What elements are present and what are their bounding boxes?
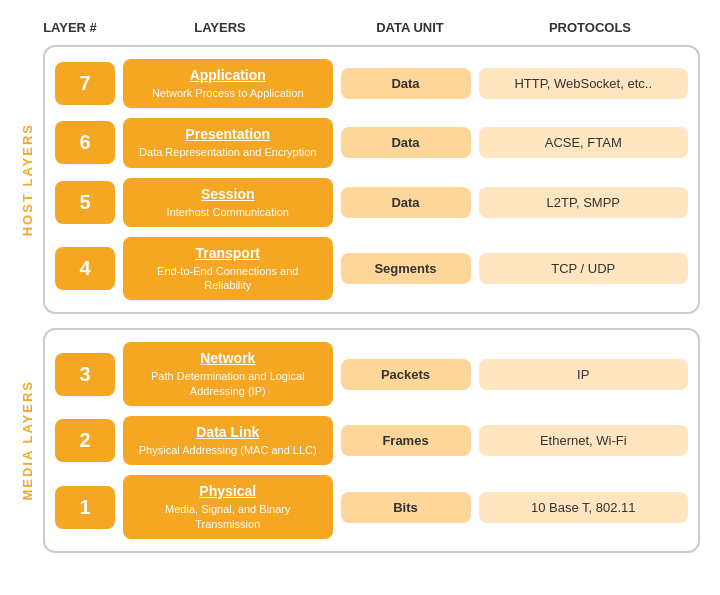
layer-title: Data Link <box>133 424 323 440</box>
layer-name-box-6: PresentationData Representation and Encr… <box>123 118 333 167</box>
layer-row: 4TransportEnd-to-End Connections and Rel… <box>55 237 688 301</box>
header-data-unit: DATA UNIT <box>330 20 490 35</box>
protocol: HTTP, WebSocket, etc.. <box>479 68 689 99</box>
layer-name-box-7: ApplicationNetwork Process to Applicatio… <box>123 59 333 108</box>
layer-row: 6PresentationData Representation and Enc… <box>55 118 688 167</box>
layer-name-box-3: NetworkPath Determination and Logical Ad… <box>123 342 333 406</box>
layer-title: Presentation <box>133 126 323 142</box>
section-box-media-layers: 3NetworkPath Determination and Logical A… <box>43 328 700 552</box>
protocol: 10 Base T, 802.11 <box>479 492 689 523</box>
layer-num-2: 2 <box>55 419 115 462</box>
layer-row: 2Data LinkPhysical Addressing (MAC and L… <box>55 416 688 465</box>
protocol: L2TP, SMPP <box>479 187 689 218</box>
data-unit: Bits <box>341 492 471 523</box>
sections-container: HOST LAYERS7ApplicationNetwork Process t… <box>20 45 700 553</box>
layer-name-box-4: TransportEnd-to-End Connections and Reli… <box>123 237 333 301</box>
section-box-host-layers: 7ApplicationNetwork Process to Applicati… <box>43 45 700 314</box>
layer-title: Physical <box>133 483 323 499</box>
data-unit: Data <box>341 68 471 99</box>
layer-title: Session <box>133 186 323 202</box>
protocol: Ethernet, Wi-Fi <box>479 425 689 456</box>
protocol: ACSE, FTAM <box>479 127 689 158</box>
layer-desc: Data Representation and Encryption <box>133 145 323 159</box>
data-unit: Segments <box>341 253 471 284</box>
layer-row: 3NetworkPath Determination and Logical A… <box>55 342 688 406</box>
layer-desc: End-to-End Connections and Reliability <box>133 264 323 293</box>
layer-title: Application <box>133 67 323 83</box>
layer-row: 1PhysicalMedia, Signal, and Binary Trans… <box>55 475 688 539</box>
table-header: LAYER # LAYERS DATA UNIT PROTOCOLS <box>20 20 700 35</box>
section-label-host-layers: HOST LAYERS <box>20 123 35 236</box>
section-host-layers: HOST LAYERS7ApplicationNetwork Process t… <box>20 45 700 314</box>
protocol: TCP / UDP <box>479 253 689 284</box>
layer-name-box-5: SessionInterhost Communication <box>123 178 333 227</box>
layer-desc: Media, Signal, and Binary Transmission <box>133 502 323 531</box>
layer-desc: Physical Addressing (MAC and LLC) <box>133 443 323 457</box>
layer-num-5: 5 <box>55 181 115 224</box>
layer-row: 5SessionInterhost CommunicationDataL2TP,… <box>55 178 688 227</box>
layer-num-1: 1 <box>55 486 115 529</box>
layer-num-7: 7 <box>55 62 115 105</box>
layer-desc: Network Process to Application <box>133 86 323 100</box>
layer-desc: Interhost Communication <box>133 205 323 219</box>
data-unit: Data <box>341 187 471 218</box>
layer-title: Transport <box>133 245 323 261</box>
data-unit: Packets <box>341 359 471 390</box>
section-media-layers: MEDIA LAYERS3NetworkPath Determination a… <box>20 328 700 552</box>
data-unit: Frames <box>341 425 471 456</box>
layer-num-3: 3 <box>55 353 115 396</box>
layer-title: Network <box>133 350 323 366</box>
layer-row: 7ApplicationNetwork Process to Applicati… <box>55 59 688 108</box>
header-layer-num: LAYER # <box>30 20 110 35</box>
layer-name-box-2: Data LinkPhysical Addressing (MAC and LL… <box>123 416 333 465</box>
data-unit: Data <box>341 127 471 158</box>
layer-name-box-1: PhysicalMedia, Signal, and Binary Transm… <box>123 475 333 539</box>
header-protocols: PROTOCOLS <box>490 20 690 35</box>
layer-num-6: 6 <box>55 121 115 164</box>
protocol: IP <box>479 359 689 390</box>
layer-num-4: 4 <box>55 247 115 290</box>
header-layers: LAYERS <box>110 20 330 35</box>
section-label-media-layers: MEDIA LAYERS <box>20 380 35 501</box>
layer-desc: Path Determination and Logical Addressin… <box>133 369 323 398</box>
